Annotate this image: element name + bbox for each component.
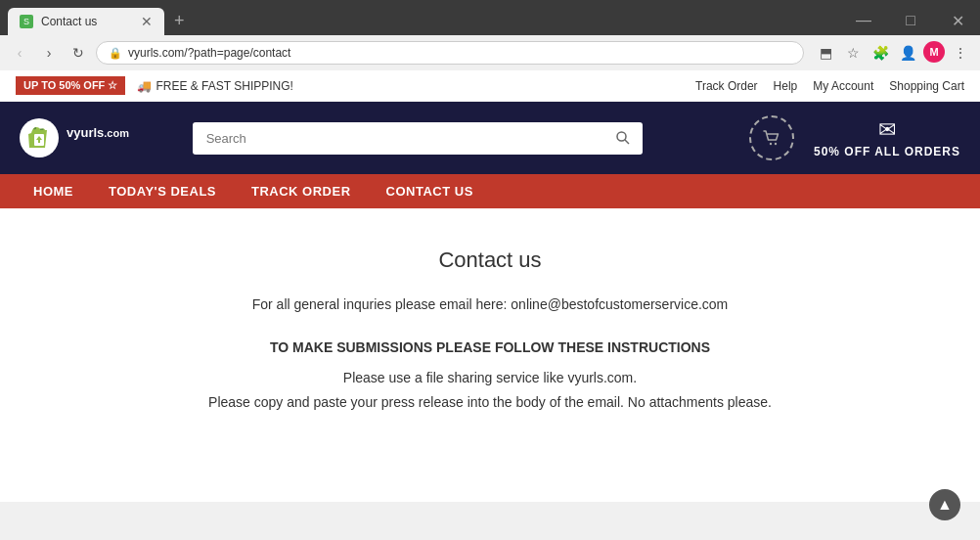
truck-icon: 🚚 (137, 79, 152, 93)
instruction-1: Please use a file sharing service like v… (148, 366, 832, 390)
lock-icon: 🔒 (109, 47, 122, 60)
new-tab-button[interactable]: + (166, 7, 193, 35)
svg-point-3 (770, 143, 772, 145)
tab-close-button[interactable]: ✕ (141, 14, 153, 29)
browser-toolbar: ‹ › ↻ 🔒 vyurls.com/?path=page/contact ⬒ … (0, 35, 980, 70)
nav-track-order[interactable]: TRACK ORDER (234, 174, 369, 208)
cast-button[interactable]: ⬒ (814, 41, 837, 65)
main-nav: HOME TODAY'S DEALS TRACK ORDER CONTACT U… (0, 174, 980, 208)
nav-contact-us[interactable]: CONTACT US (369, 174, 491, 208)
url-text: vyurls.com/?path=page/contact (128, 46, 791, 60)
contact-title: Contact us (148, 248, 832, 273)
track-order-link[interactable]: Track Order (695, 79, 758, 93)
search-bar (193, 122, 643, 155)
shipping-badge: 🚚 FREE & FAST SHIPPING! (137, 79, 292, 93)
svg-point-4 (775, 143, 777, 145)
my-account-link[interactable]: My Account (813, 79, 873, 93)
logo-area[interactable]: vyurls.com (20, 118, 129, 158)
help-link[interactable]: Help (774, 79, 798, 93)
refresh-button[interactable]: ↻ (67, 41, 90, 65)
account-button[interactable]: 👤 (896, 41, 919, 65)
promo-badge-text: UP TO 50% OFF ☆ (23, 79, 117, 92)
cart-icon[interactable] (749, 115, 794, 160)
contact-instructions: TO MAKE SUBMISSIONS PLEASE FOLLOW THESE … (148, 336, 832, 416)
minimize-button[interactable]: — (841, 6, 886, 35)
tab-title: Contact us (41, 15, 97, 28)
cart-circle (749, 115, 794, 160)
main-content: Contact us For all general inquries plea… (0, 208, 980, 502)
instruction-2: Please copy and paste your press release… (148, 390, 832, 415)
header: vyurls.com (0, 102, 980, 174)
browser-chrome: S Contact us ✕ + — □ ✕ ‹ › ↻ 🔒 vyurls.co… (0, 0, 980, 70)
close-button[interactable]: ✕ (935, 6, 980, 35)
profile-avatar[interactable]: M (923, 41, 945, 63)
shipping-text: FREE & FAST SHIPPING! (156, 79, 292, 93)
nav-home[interactable]: HOME (16, 174, 91, 208)
mail-icon: ✉ (878, 117, 896, 143)
nav-todays-deals[interactable]: TODAY'S DEALS (91, 174, 234, 208)
contact-email: For all general inquries please email he… (148, 296, 832, 312)
email-promo[interactable]: ✉ 50% OFF ALL ORDERS (814, 117, 960, 158)
back-button[interactable]: ‹ (8, 41, 31, 65)
menu-button[interactable]: ⋮ (949, 41, 972, 65)
header-right: ✉ 50% OFF ALL ORDERS (749, 115, 960, 160)
address-bar[interactable]: 🔒 vyurls.com/?path=page/contact (96, 41, 804, 65)
svg-line-2 (625, 140, 629, 144)
site-wrapper: UP TO 50% OFF ☆ 🚚 FREE & FAST SHIPPING! … (0, 70, 980, 502)
maximize-button[interactable]: □ (888, 6, 933, 35)
shopify-logo (20, 118, 59, 158)
forward-button[interactable]: › (37, 41, 61, 65)
search-input[interactable] (193, 122, 643, 155)
top-bar-left: UP TO 50% OFF ☆ 🚚 FREE & FAST SHIPPING! (16, 76, 293, 95)
window-controls: — □ ✕ (841, 6, 980, 35)
logo-text: vyurls.com (67, 125, 129, 151)
browser-actions: ⬒ ☆ 🧩 👤 M ⋮ (814, 41, 972, 65)
contact-section: Contact us For all general inquries plea… (148, 248, 832, 416)
extension-button[interactable]: 🧩 (869, 41, 892, 65)
tab-favicon: S (20, 15, 33, 28)
instructions-heading: TO MAKE SUBMISSIONS PLEASE FOLLOW THESE … (148, 336, 832, 360)
search-button[interactable] (603, 122, 643, 155)
shopping-cart-link[interactable]: Shopping Cart (889, 79, 964, 93)
svg-point-1 (617, 132, 626, 141)
browser-tab-active[interactable]: S Contact us ✕ (8, 8, 164, 35)
top-bar: UP TO 50% OFF ☆ 🚚 FREE & FAST SHIPPING! … (0, 70, 980, 102)
promo-badge: UP TO 50% OFF ☆ (16, 76, 125, 95)
bookmark-button[interactable]: ☆ (841, 41, 865, 65)
promo-header-text: 50% OFF ALL ORDERS (814, 145, 960, 158)
top-bar-right: Track Order Help My Account Shopping Car… (695, 79, 964, 93)
